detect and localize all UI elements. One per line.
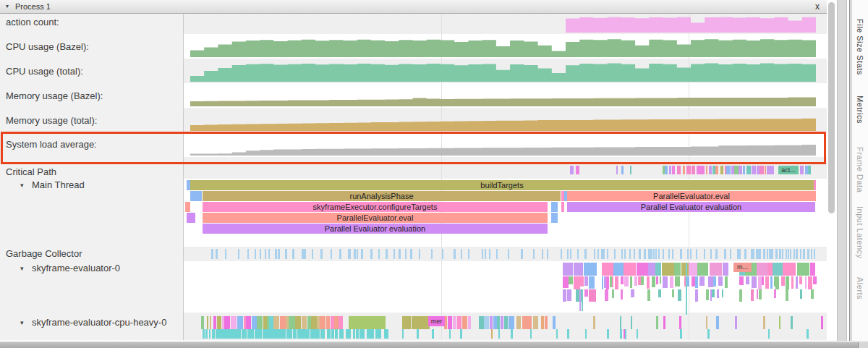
cpu-heavy-row1-slice[interactable]	[217, 316, 221, 329]
close-icon[interactable]: x	[815, 1, 820, 12]
cpu-heavy-row1-slice[interactable]	[716, 316, 719, 329]
evaluator0-row3-slice[interactable]	[589, 289, 596, 302]
evaluator0-row2-slice[interactable]	[606, 276, 609, 289]
cpu-heavy-row2-slice[interactable]	[620, 329, 622, 339]
cpu-heavy-row2-slice[interactable]	[205, 329, 208, 339]
counter-chart-CPU-usage-Bazel[interactable]	[190, 34, 816, 59]
evaluator0-row3-slice[interactable]	[612, 289, 614, 298]
gc-pauses-slice[interactable]	[603, 249, 605, 259]
evaluator0-row2-slice[interactable]	[781, 276, 785, 286]
gc-pauses-slice[interactable]	[782, 249, 784, 259]
cpu-heavy-row1-slice[interactable]	[412, 316, 420, 329]
gc-pauses-slice[interactable]	[687, 249, 689, 259]
evaluator0-row2-slice[interactable]	[775, 276, 779, 289]
gc-pauses-slice[interactable]	[752, 249, 754, 259]
critical-path-slices-slice[interactable]	[630, 166, 632, 174]
evaluator0-row3-slice[interactable]	[751, 289, 754, 301]
evaluator0-row1-slice[interactable]	[723, 263, 728, 276]
evaluator0-row2-slice[interactable]	[641, 276, 644, 285]
trace-slice-badge[interactable]: act...	[778, 166, 799, 174]
gc-pauses-slice[interactable]	[680, 249, 682, 259]
cpu-heavy-row1-slice[interactable]	[516, 316, 521, 329]
gc-pauses-slice[interactable]	[304, 249, 306, 259]
evaluator0-row3-slice[interactable]	[563, 289, 566, 302]
cpu-heavy-row1-slice[interactable]	[237, 316, 244, 329]
evaluator0-row2-slice[interactable]	[725, 276, 728, 288]
tab-frame-data[interactable]: Frame Data	[856, 147, 864, 192]
cpu-heavy-row1-slice[interactable]	[207, 316, 208, 329]
cpu-heavy-row1-slice[interactable]	[295, 316, 301, 329]
evaluator0-row3-slice[interactable]	[739, 289, 742, 302]
counter-chart-action-count[interactable]	[190, 13, 816, 34]
cpu-heavy-row1-slice[interactable]	[504, 316, 508, 329]
evaluator0-row1-slice[interactable]	[584, 263, 597, 276]
tab-input-latency[interactable]: Input Latency	[856, 206, 864, 259]
evaluator0-row1-slice[interactable]	[574, 263, 584, 276]
cpu-heavy-row1-slice[interactable]	[545, 316, 548, 329]
evaluator0-row3-slice[interactable]	[800, 289, 803, 299]
cpu-heavy-row2-slice[interactable]	[320, 329, 325, 339]
cpu-heavy-row2-slice[interactable]	[255, 329, 262, 339]
cpu-heavy-row2-slice[interactable]	[607, 329, 609, 339]
evaluator0-row3-slice[interactable]	[712, 289, 715, 297]
cpu-heavy-row2-slice[interactable]	[317, 329, 320, 339]
critical-path-slices-slice[interactable]	[692, 166, 695, 174]
cpu-heavy-row1-slice[interactable]	[280, 316, 286, 329]
evaluator0-row3-slice[interactable]	[658, 289, 662, 297]
cpu-heavy-row1-slice[interactable]	[791, 316, 793, 329]
evaluator0-row2-slice[interactable]	[670, 276, 673, 288]
evaluator0-row3-slice[interactable]	[621, 289, 623, 300]
cpu-heavy-row2-slice[interactable]	[567, 329, 569, 339]
gc-pauses-slice[interactable]	[419, 249, 420, 259]
cpu-heavy-row2-slice[interactable]	[707, 329, 710, 339]
cpu-heavy-row1-slice[interactable]	[706, 316, 707, 329]
evaluator0-row2-slice[interactable]	[752, 276, 757, 288]
trace-slice[interactable]: buildTargets	[190, 180, 814, 190]
cpu-heavy-row2-slice[interactable]	[556, 329, 558, 339]
evaluator0-row1-slice[interactable]	[757, 263, 767, 276]
gc-pauses-slice[interactable]	[292, 249, 294, 259]
cpu-heavy-row2-slice[interactable]	[305, 329, 310, 339]
cpu-heavy-row2-slice[interactable]	[228, 329, 234, 339]
critical-path-slices-slice[interactable]	[621, 166, 624, 174]
gc-pauses-slice[interactable]	[225, 249, 227, 259]
cpu-heavy-row1-slice[interactable]	[541, 316, 544, 329]
gc-pauses-slice[interactable]	[771, 249, 773, 259]
gc-pauses-slice[interactable]	[482, 249, 483, 259]
cpu-heavy-row2-slice[interactable]	[449, 329, 451, 339]
evaluator0-row2-slice[interactable]	[634, 276, 638, 286]
cpu-heavy-row2-slice[interactable]	[221, 329, 228, 339]
cpu-heavy-row2-slice[interactable]	[511, 329, 513, 339]
trace-slice-fragment[interactable]	[814, 180, 816, 190]
gc-pauses-slice[interactable]	[278, 249, 280, 259]
gc-pauses-slice[interactable]	[704, 249, 705, 259]
evaluator0-row2-slice[interactable]	[574, 276, 580, 289]
critical-path-slices-slice[interactable]	[715, 166, 719, 174]
tab-file-size-stats[interactable]: File Size Stats	[856, 19, 864, 75]
cpu-heavy-row2-slice[interactable]	[460, 329, 462, 339]
critical-path-slices-slice[interactable]	[570, 166, 574, 174]
cpu-heavy-row2-slice[interactable]	[234, 329, 241, 339]
cpu-heavy-row2-slice[interactable]	[263, 329, 270, 339]
gc-pauses-slice[interactable]	[567, 249, 569, 259]
cpu-heavy-row2-slice[interactable]	[680, 329, 681, 339]
evaluator0-row2-slice[interactable]	[786, 276, 789, 289]
gc-pauses-slice[interactable]	[621, 249, 623, 259]
cpu-heavy-row1-slice[interactable]	[522, 316, 527, 329]
gc-pauses-slice[interactable]	[655, 249, 658, 259]
cpu-heavy-row1-slice[interactable]	[224, 316, 230, 329]
evaluator0-row3-slice[interactable]	[786, 289, 789, 301]
evaluator0-row2-slice[interactable]	[695, 276, 698, 288]
gc-pauses-slice[interactable]	[672, 249, 673, 259]
evaluator0-row2-slice[interactable]	[758, 276, 762, 289]
cpu-heavy-row1-slice[interactable]	[367, 316, 386, 329]
critical-path-slices-slice[interactable]	[743, 166, 746, 174]
gc-pauses-slice[interactable]	[561, 249, 563, 259]
counter-chart-Memory-usage-total[interactable]	[190, 108, 816, 132]
gc-pauses-slice[interactable]	[320, 249, 323, 259]
evaluator0-row3-slice[interactable]	[672, 289, 674, 297]
gc-pauses-slice[interactable]	[378, 249, 380, 259]
cpu-heavy-row1-slice[interactable]	[479, 316, 484, 329]
cpu-heavy-row2-slice[interactable]	[370, 329, 374, 339]
cpu-heavy-row2-slice[interactable]	[203, 329, 205, 339]
